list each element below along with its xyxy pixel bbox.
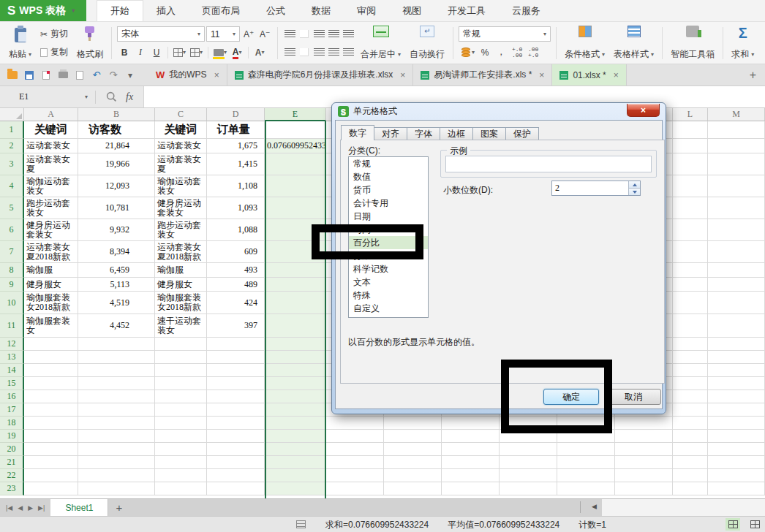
dialog-tab-图案[interactable]: 图案 xyxy=(473,127,506,140)
sheet-tab-sheet1[interactable]: Sheet1 xyxy=(50,499,108,516)
row-header-20[interactable]: 20 xyxy=(0,443,24,456)
cell-D12[interactable] xyxy=(207,338,265,351)
cell-E5[interactable] xyxy=(265,197,326,219)
cell-A3[interactable]: 运动套装女夏 xyxy=(24,153,78,175)
cell-H18[interactable] xyxy=(442,417,500,430)
row-header-10[interactable]: 10 xyxy=(0,292,24,314)
cell-M23[interactable] xyxy=(708,482,765,495)
row-header-6[interactable]: 6 xyxy=(0,219,24,241)
cell-C7[interactable]: 运动套装女夏2018新款 xyxy=(155,241,207,263)
cell-A17[interactable] xyxy=(24,403,78,417)
cell-B10[interactable]: 4,519 xyxy=(78,292,155,314)
menu-tab-公式[interactable]: 公式 xyxy=(253,0,298,21)
cell-D3[interactable]: 1,415 xyxy=(207,153,265,175)
decrease-indent-button[interactable] xyxy=(327,30,340,38)
dialog-tab-边框[interactable]: 边框 xyxy=(440,127,473,140)
font-name-select[interactable]: 宋体▾ xyxy=(117,26,205,42)
cell-F19[interactable] xyxy=(326,430,384,443)
row-header-9[interactable]: 9 xyxy=(0,278,24,292)
row-header-11[interactable]: 11 xyxy=(0,314,24,338)
cell-F22[interactable] xyxy=(326,469,384,482)
distribute-button[interactable] xyxy=(342,48,355,56)
cell-B6[interactable]: 9,932 xyxy=(78,219,155,241)
menu-tab-插入[interactable]: 插入 xyxy=(143,0,189,21)
category-item-会计专用[interactable]: 会计专用 xyxy=(349,197,428,210)
cell-K21[interactable] xyxy=(615,456,673,469)
cell-D21[interactable] xyxy=(207,456,265,469)
cell-G20[interactable] xyxy=(384,443,442,456)
cell-C10[interactable]: 瑜伽服套装女2018新款 xyxy=(155,292,207,314)
cell-C11[interactable]: 速干运动套装女 xyxy=(155,314,207,338)
cell-I23[interactable] xyxy=(500,482,557,495)
menu-tab-页面布局[interactable]: 页面布局 xyxy=(189,0,253,21)
cell-A21[interactable] xyxy=(24,456,78,469)
font-color-button[interactable]: A▾ xyxy=(230,45,244,60)
first-sheet-icon[interactable]: |◀ xyxy=(6,504,12,512)
cell-M5[interactable] xyxy=(708,197,765,219)
menu-tab-云服务[interactable]: 云服务 xyxy=(499,0,554,21)
cell-M3[interactable] xyxy=(708,153,765,175)
cell-B22[interactable] xyxy=(78,469,155,482)
percent-button[interactable]: % xyxy=(478,45,492,60)
cell-L6[interactable] xyxy=(673,219,708,241)
cell-C15[interactable] xyxy=(155,377,207,390)
cell-L9[interactable] xyxy=(673,278,708,292)
cell-L3[interactable] xyxy=(673,153,708,175)
cell-A5[interactable]: 跑步运动套装女 xyxy=(24,197,78,219)
cell-E14[interactable] xyxy=(265,364,326,377)
cell-L5[interactable] xyxy=(673,197,708,219)
export-pdf-button[interactable] xyxy=(41,70,51,80)
spin-up-button[interactable] xyxy=(629,181,640,188)
cell-J21[interactable] xyxy=(557,456,615,469)
row-header-14[interactable]: 14 xyxy=(0,364,24,377)
borders-button[interactable]: ▾ xyxy=(172,45,187,60)
cell-L22[interactable] xyxy=(673,469,708,482)
cell-D4[interactable]: 1,108 xyxy=(207,175,265,197)
cell-E15[interactable] xyxy=(265,377,326,390)
cell-A7[interactable]: 运动套装女夏2018新款 xyxy=(24,241,78,263)
cell-B18[interactable] xyxy=(78,417,155,430)
cell-D23[interactable] xyxy=(207,482,265,495)
cell-H19[interactable] xyxy=(442,430,500,443)
underline-button[interactable]: U xyxy=(149,45,164,60)
cell-L1[interactable] xyxy=(673,121,708,139)
cell-M16[interactable] xyxy=(708,390,765,403)
align-middle-button[interactable] xyxy=(298,30,311,38)
cell-M15[interactable] xyxy=(708,377,765,390)
row-header-5[interactable]: 5 xyxy=(0,197,24,219)
cell-M20[interactable] xyxy=(708,443,765,456)
cell-D13[interactable] xyxy=(207,351,265,364)
dialog-close-button[interactable]: × xyxy=(627,104,660,117)
cut-button[interactable]: ✂剪切 xyxy=(37,27,71,41)
cell-C19[interactable] xyxy=(155,430,207,443)
cell-L23[interactable] xyxy=(673,482,708,495)
cell-B7[interactable]: 8,394 xyxy=(78,241,155,263)
cell-K23[interactable] xyxy=(615,482,673,495)
cell-A22[interactable] xyxy=(24,469,78,482)
cell-J22[interactable] xyxy=(557,469,615,482)
category-item-文本[interactable]: 文本 xyxy=(349,276,428,289)
cell-A2[interactable]: 运动套装女 xyxy=(24,139,78,153)
cell-G18[interactable] xyxy=(384,417,442,430)
cell-B17[interactable] xyxy=(78,403,155,417)
new-document-tab-button[interactable]: + xyxy=(741,64,765,86)
cell-G22[interactable] xyxy=(384,469,442,482)
cell-A20[interactable] xyxy=(24,443,78,456)
align-left-button[interactable] xyxy=(283,48,296,56)
cell-D5[interactable]: 1,093 xyxy=(207,197,265,219)
cell-I21[interactable] xyxy=(500,456,557,469)
print-preview-button[interactable] xyxy=(75,70,85,80)
cell-D16[interactable] xyxy=(207,390,265,403)
cell-M6[interactable] xyxy=(708,219,765,241)
cell-L7[interactable] xyxy=(673,241,708,263)
cell-E4[interactable] xyxy=(265,175,326,197)
align-top-button[interactable] xyxy=(283,30,296,38)
row-header-7[interactable]: 7 xyxy=(0,241,24,263)
column-header-M[interactable]: M xyxy=(708,108,765,121)
normal-view-button[interactable] xyxy=(726,518,740,531)
category-item-数值[interactable]: 数值 xyxy=(349,170,428,183)
row-header-17[interactable]: 17 xyxy=(0,403,24,417)
cell-C5[interactable]: 健身房运动套装女 xyxy=(155,197,207,219)
row-header-19[interactable]: 19 xyxy=(0,430,24,443)
cell-B20[interactable] xyxy=(78,443,155,456)
